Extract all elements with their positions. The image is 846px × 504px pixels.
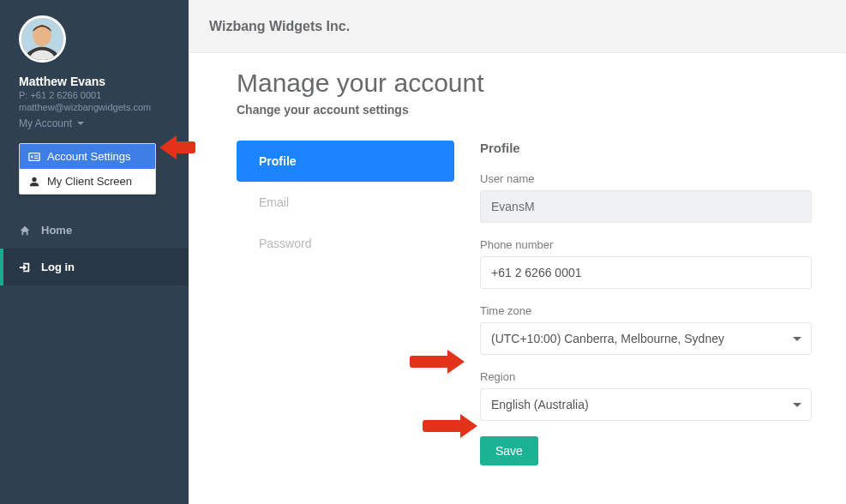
nav-item-login[interactable]: Log in [0,249,189,285]
settings-tabs: Profile Email Password [237,141,454,465]
account-dropdown: Account Settings My Client Screen [19,143,156,195]
chevron-down-icon [77,122,84,125]
login-icon [19,261,31,273]
user-phone: P: +61 2 6266 0001 [19,90,170,100]
user-email: matthew@wizbangwidgets.com [19,102,170,112]
id-card-icon [28,151,40,163]
profile-form: Profile User name Phone number Time zone… [480,141,812,465]
phone-label: Phone number [480,238,812,251]
user-name: Matthew Evans [19,75,170,88]
username-input[interactable] [480,190,812,223]
region-label: Region [480,370,812,383]
tab-email[interactable]: Email [237,182,454,223]
my-account-toggle[interactable]: My Account [19,117,170,129]
topbar: Wizbang Widgets Inc. [189,0,846,53]
nav-item-label: Log in [41,261,75,273]
user-block: Matthew Evans P: +61 2 6266 0001 matthew… [0,63,189,138]
svg-rect-4 [29,153,39,160]
tab-profile[interactable]: Profile [237,141,454,182]
page-title: Manage your account [237,69,812,98]
timezone-select[interactable]: (UTC+10:00) Canberra, Melbourne, Sydney [480,322,812,355]
tab-password[interactable]: Password [237,223,454,264]
panel-title: Profile [480,141,812,155]
dropdown-item-label: Account Settings [47,150,131,163]
timezone-label: Time zone [480,304,812,317]
nav-item-label: Home [41,224,72,237]
username-label: User name [480,172,812,185]
dropdown-item-label: My Client Screen [47,175,132,188]
nav: Home Log in [0,212,189,285]
brand-title: Wizbang Widgets Inc. [209,19,350,34]
my-account-label: My Account [19,117,72,129]
svg-point-8 [32,177,36,181]
region-select[interactable]: English (Australia) [480,388,812,421]
nav-item-home[interactable]: Home [0,212,189,249]
svg-rect-6 [34,155,38,156]
page-subtitle: Change your account settings [237,103,812,117]
avatar [19,15,66,63]
home-icon [19,225,31,237]
phone-input[interactable] [480,256,812,289]
dropdown-item-my-client-screen[interactable]: My Client Screen [20,169,155,194]
svg-rect-7 [34,157,38,158]
save-button[interactable]: Save [480,436,538,465]
svg-point-5 [31,155,33,158]
content: Manage your account Change your account … [189,53,846,504]
dropdown-item-account-settings[interactable]: Account Settings [20,144,155,169]
sidebar: Matthew Evans P: +61 2 6266 0001 matthew… [0,0,189,504]
user-icon [28,176,40,188]
